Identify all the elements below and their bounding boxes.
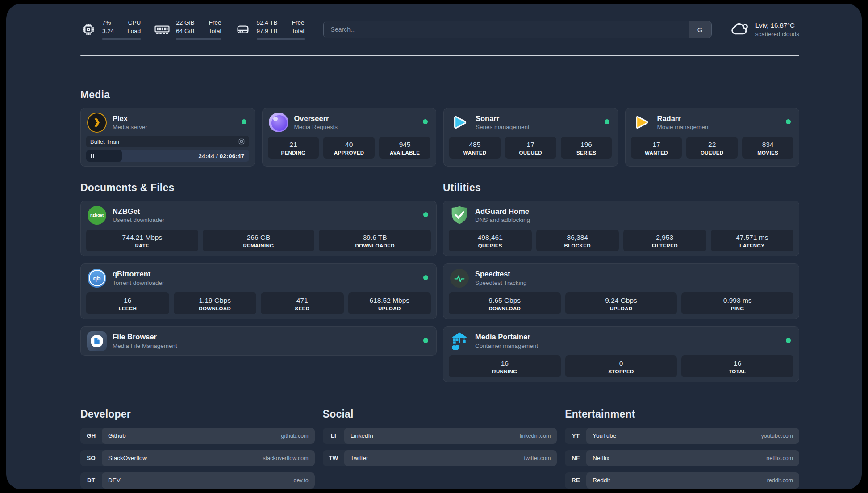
bookmark-youtube[interactable]: YT YouTube youtube.com bbox=[565, 428, 799, 444]
weather-location-temp: Lviv, 16.87°C bbox=[755, 21, 799, 30]
resource-widgets: 7% 3.24 CPU Load 22 GiB 64 GiB bbox=[80, 19, 318, 40]
stat-label: STOPPED bbox=[567, 369, 676, 374]
bookmark-dev[interactable]: DT DEV dev.to bbox=[80, 472, 315, 489]
service-card-overseerr: Overseerr Media Requests 21 PENDING 40 A… bbox=[262, 108, 437, 167]
resource-value: 22 GiB bbox=[176, 19, 194, 27]
bookmark-abbr: DT bbox=[80, 472, 102, 489]
service-link-plex[interactable]: Plex Media server bbox=[86, 113, 249, 132]
stat-label: SERIES bbox=[563, 150, 610, 155]
bookmark-github[interactable]: GH Github github.com bbox=[80, 428, 315, 444]
bookmark-pill: Twitter twitter.com bbox=[344, 450, 557, 466]
bookmark-domain: reddit.com bbox=[767, 477, 793, 484]
service-link-overseerr[interactable]: Overseerr Media Requests bbox=[268, 113, 431, 132]
filebrowser-icon bbox=[87, 331, 107, 351]
stat-value: 17 bbox=[507, 140, 555, 150]
bookmark-pill: YouTube youtube.com bbox=[586, 428, 799, 444]
service-card-nzbget: nzbget NZBGet Usenet downloader 744.21 M… bbox=[80, 201, 437, 256]
service-text: Overseerr Media Requests bbox=[294, 114, 338, 131]
stat-block-blocked: 86,384 BLOCKED bbox=[536, 230, 619, 251]
service-name: Overseerr bbox=[294, 114, 338, 123]
resource-value: 97.9 TB bbox=[257, 27, 278, 36]
now-playing-title: Bullet Train bbox=[90, 138, 119, 145]
resource-value: 3.24 bbox=[102, 27, 114, 36]
service-stats: 16 RUNNING 0 STOPPED 16 TOTAL bbox=[449, 355, 793, 377]
stat-label: AVAILABLE bbox=[381, 150, 429, 155]
status-online-dot bbox=[242, 119, 246, 124]
service-card-speedtest: Speedtest Speedtest Tracking 9.65 Gbps D… bbox=[443, 263, 799, 319]
bookmark-linkedin[interactable]: LI LinkedIn linkedin.com bbox=[323, 428, 557, 444]
bookmark-name: DEV bbox=[108, 477, 121, 484]
bookmark-name: StackOverflow bbox=[108, 455, 147, 461]
service-stats: 498,461 QUERIES 86,384 BLOCKED 2,953 FIL… bbox=[449, 230, 793, 251]
service-link-speedtest[interactable]: Speedtest Speedtest Tracking bbox=[449, 268, 793, 288]
bookmark-abbr: TW bbox=[323, 450, 344, 466]
stat-block-upload: 9.24 Gbps UPLOAD bbox=[565, 292, 677, 314]
bookmark-domain: twitter.com bbox=[524, 455, 551, 461]
service-link-qbittorrent[interactable]: qb qBittorrent Torrent downloader bbox=[86, 268, 431, 288]
stat-value: 21 bbox=[270, 140, 317, 150]
bookmark-abbr: SO bbox=[80, 450, 102, 466]
stat-value: 17 bbox=[633, 140, 680, 150]
search-bar: G bbox=[323, 21, 712, 38]
documents-column: Documents & Files nzbget NZBGet Usenet d… bbox=[80, 181, 437, 382]
weather-condition: scattered clouds bbox=[755, 30, 799, 38]
search-input[interactable] bbox=[324, 21, 689, 38]
service-link-adguard-home[interactable]: AdGuard Home DNS and adblocking bbox=[449, 205, 793, 225]
bookmark-reddit[interactable]: RE Reddit reddit.com bbox=[565, 472, 799, 489]
stat-label: SEED bbox=[263, 306, 342, 311]
stat-value: 196 bbox=[563, 140, 610, 150]
resource-label: Load bbox=[127, 27, 141, 36]
service-stats: 21 PENDING 40 APPROVED 945 AVAILABLE bbox=[268, 137, 431, 159]
stat-block-queued: 17 QUEUED bbox=[505, 137, 556, 159]
stat-value: 945 bbox=[381, 140, 429, 150]
service-card-qbittorrent: qb qBittorrent Torrent downloader 16 LEE… bbox=[80, 263, 437, 319]
bookmark-pill: Reddit reddit.com bbox=[586, 472, 799, 489]
service-link-sonarr[interactable]: Sonarr Series management bbox=[449, 113, 612, 132]
service-description: Usenet downloader bbox=[113, 216, 164, 224]
service-link-media-portainer[interactable]: Media Portainer Container management bbox=[449, 331, 793, 351]
resource-label: CPU bbox=[128, 19, 141, 27]
bookmark-domain: stackoverflow.com bbox=[263, 455, 309, 461]
bookmark-domain: netflix.com bbox=[766, 455, 793, 461]
bookmark-netflix[interactable]: NF Netflix netflix.com bbox=[565, 450, 799, 466]
stat-label: QUEUED bbox=[507, 150, 555, 155]
service-text: NZBGet Usenet downloader bbox=[113, 207, 164, 224]
stat-label: DOWNLOAD bbox=[175, 306, 255, 311]
overseerr-icon bbox=[269, 113, 288, 132]
cloud-icon bbox=[730, 20, 749, 39]
search-provider-button[interactable]: G bbox=[689, 21, 711, 38]
stat-label: TOTAL bbox=[683, 369, 792, 374]
bookmark-abbr: RE bbox=[565, 472, 586, 489]
stat-block-queries: 498,461 QUERIES bbox=[449, 230, 532, 251]
adguard-icon bbox=[450, 205, 469, 225]
stat-block-stopped: 0 STOPPED bbox=[565, 355, 677, 377]
service-description: Speedtest Tracking bbox=[475, 279, 527, 287]
playback-progress-bar: 24:44 / 02:06:47 bbox=[86, 150, 249, 162]
service-card-media-portainer: Media Portainer Container management 16 … bbox=[443, 326, 799, 382]
stat-value: 0.993 ms bbox=[683, 296, 792, 305]
stat-block-queued: 22 QUEUED bbox=[686, 137, 738, 159]
stat-value: 266 GB bbox=[204, 233, 313, 242]
qbittorrent-icon: qb bbox=[87, 268, 107, 288]
service-link-file-browser[interactable]: File Browser Media File Management bbox=[86, 331, 431, 351]
service-card-file-browser: File Browser Media File Management bbox=[80, 326, 437, 356]
stat-value: 0 bbox=[567, 359, 676, 368]
service-stats: 744.21 Mbps RATE 266 GB REMAINING 39.6 T… bbox=[86, 230, 431, 251]
resource-label: Total bbox=[292, 27, 305, 36]
stat-block-ping: 0.993 ms PING bbox=[681, 292, 793, 314]
section-title-utilities: Utilities bbox=[443, 181, 799, 194]
service-name: File Browser bbox=[113, 332, 177, 342]
service-stats: 16 LEECH 1.19 Gbps DOWNLOAD 471 SEED 618… bbox=[86, 292, 431, 314]
stat-label: RUNNING bbox=[451, 369, 559, 374]
stat-value: 86,384 bbox=[538, 233, 618, 242]
service-link-radarr[interactable]: Radarr Movie management bbox=[631, 113, 794, 132]
service-text: File Browser Media File Management bbox=[113, 332, 177, 350]
bookmark-stackoverflow[interactable]: SO StackOverflow stackoverflow.com bbox=[80, 450, 315, 466]
service-text: qBittorrent Torrent downloader bbox=[113, 269, 164, 287]
service-text: AdGuard Home DNS and adblocking bbox=[475, 207, 530, 224]
resource-value: 7% bbox=[102, 19, 111, 27]
stat-block-remaining: 266 GB REMAINING bbox=[203, 230, 315, 251]
service-card-plex: Plex Media server Bullet Train 24:44 / 0… bbox=[80, 108, 255, 167]
bookmark-twitter[interactable]: TW Twitter twitter.com bbox=[323, 450, 557, 466]
service-link-nzbget[interactable]: nzbget NZBGet Usenet downloader bbox=[86, 205, 431, 225]
